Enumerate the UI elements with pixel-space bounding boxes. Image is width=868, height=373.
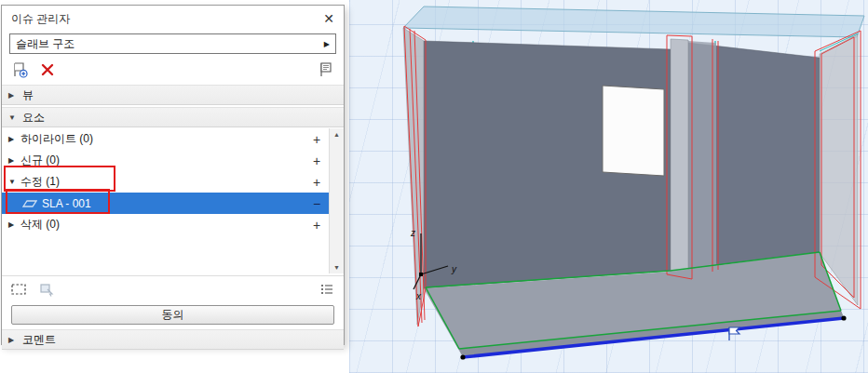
chevron-right-icon: ▶ (8, 336, 17, 344)
section-elements-label: 요소 (22, 110, 45, 126)
window-opening (603, 86, 664, 176)
flag-list-icon (318, 61, 334, 78)
chevron-right-icon: ▶ (8, 91, 17, 100)
row-label: 수정 (1) (20, 174, 308, 190)
pick-elements-button[interactable] (38, 281, 55, 298)
panel-title: 이슈 관리자 (11, 11, 70, 27)
dropdown-arrow-icon: ▶ (324, 40, 330, 48)
marquee-select-button[interactable] (10, 281, 27, 298)
section-comments[interactable]: ▶ 코멘트 (2, 329, 344, 350)
chevron-right-icon: ▶ (8, 156, 20, 165)
new-issue-button[interactable] (11, 61, 28, 78)
element-row-deleted[interactable]: ▶ 삭제 (0) + (2, 214, 329, 235)
chevron-down-icon: ▼ (8, 113, 17, 122)
element-row-modified[interactable]: ▼ 수정 (1) + (2, 171, 329, 193)
3d-viewport[interactable]: z y x (349, 0, 868, 373)
marquee-icon (10, 281, 27, 298)
row-label: 삭제 (0) (20, 217, 308, 233)
flag-add-icon (11, 61, 28, 78)
chevron-down-icon: ▼ (8, 178, 20, 186)
panel-titlebar: 이슈 관리자 ✕ (2, 6, 344, 32)
add-elements-button[interactable]: + (308, 175, 325, 190)
section-view[interactable]: ▶ 뷰 (2, 85, 344, 105)
element-row-highlight[interactable]: ▶ 하이라이트 (0) + (2, 128, 329, 150)
add-elements-button[interactable]: + (308, 132, 325, 147)
axis-y-label: y (451, 264, 457, 274)
delete-issue-button[interactable] (39, 61, 56, 78)
axis-x-label: x (415, 291, 422, 301)
slab-icon (22, 198, 37, 209)
scroll-up-icon[interactable]: ▲ (333, 131, 340, 138)
issue-scheme-dropdown[interactable]: 슬래브 구조 ▶ (9, 33, 336, 54)
row-label: SLA - 001 (42, 197, 308, 210)
dropdown-value: 슬래브 구조 (16, 36, 75, 52)
issue-toolbar (2, 56, 344, 83)
list-options-button[interactable] (319, 281, 335, 298)
remove-element-button[interactable]: − (308, 196, 325, 211)
chevron-right-icon: ▶ (8, 220, 20, 229)
axis-z-label: z (410, 228, 415, 238)
add-elements-button[interactable]: + (308, 218, 325, 233)
section-comments-label: 코멘트 (22, 332, 56, 348)
element-row-new[interactable]: ▶ 신규 (0) + (2, 150, 329, 171)
chevron-right-icon: ▶ (8, 135, 20, 143)
delete-x-icon (40, 62, 55, 77)
3d-model: z y x (349, 0, 868, 373)
pick-elements-icon (38, 281, 55, 298)
element-row-sla-001[interactable]: SLA - 001 − (2, 193, 329, 214)
scroll-down-icon[interactable]: ▼ (333, 264, 340, 271)
row-label: 하이라이트 (0) (20, 131, 308, 147)
row-label: 신규 (0) (20, 153, 308, 168)
element-list: ▶ 하이라이트 (0) + ▶ 신규 (0) + ▼ 수정 (1) + SLA … (2, 128, 344, 273)
section-elements[interactable]: ▼ 요소 (2, 107, 344, 127)
scrollbar[interactable]: ▲ ▼ (329, 128, 344, 273)
issue-flag-marker[interactable] (729, 327, 739, 340)
list-options-icon (319, 281, 335, 298)
close-icon[interactable]: ✕ (323, 12, 334, 25)
section-view-label: 뷰 (22, 87, 34, 103)
bottom-toolbar (2, 275, 344, 301)
add-elements-button[interactable]: + (308, 153, 325, 168)
agree-button[interactable]: 동의 (11, 305, 334, 325)
issue-organizer-button[interactable] (318, 61, 334, 78)
issue-manager-panel: 이슈 관리자 ✕ 슬래브 구조 ▶ (1, 5, 345, 345)
